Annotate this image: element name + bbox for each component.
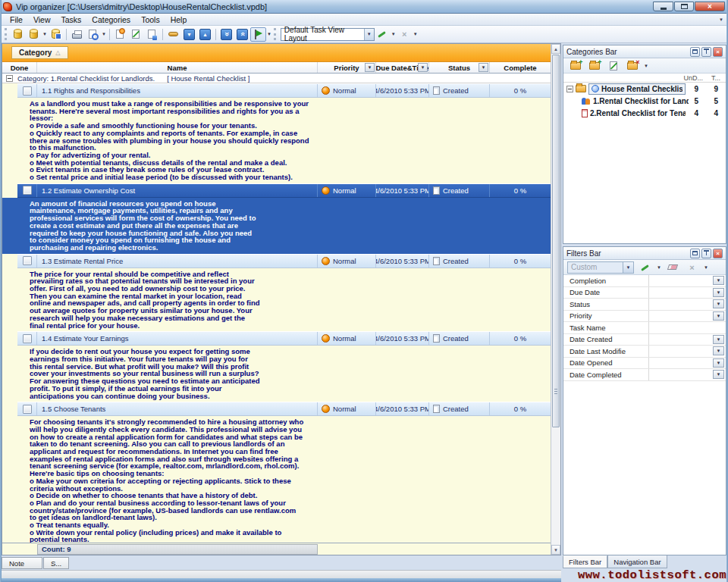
delete-task-button[interactable] (145, 27, 159, 42)
new-database-button[interactable] (11, 27, 25, 42)
category-group-row[interactable]: Category: 1.Rental Checklist for Landlor… (2, 74, 560, 83)
open-database-button[interactable] (27, 27, 41, 42)
task-row-selected[interactable]: 1.2 Estimate Ownership Cost Normal 4/6/2… (17, 183, 551, 198)
toolbar-grip[interactable] (5, 28, 7, 40)
categories-toolbar-options-icon[interactable]: ▼ (644, 64, 648, 68)
filter-dropdown-icon[interactable]: ▼ (713, 335, 724, 344)
group-by-category-button[interactable]: Category △ (11, 46, 68, 59)
print-dropdown-icon[interactable]: ▼ (102, 32, 106, 36)
tree-root-row[interactable]: House Rental Checklist 9 9 (563, 83, 726, 95)
column-header-done[interactable]: Done (2, 62, 37, 73)
flag-dropdown-icon[interactable]: ▼ (267, 32, 271, 36)
collapse-group-icon[interactable] (6, 75, 13, 82)
filter-dropdown-icon[interactable]: ▼ (713, 346, 724, 355)
menu-help[interactable]: Help (165, 14, 193, 25)
toolbar-grip[interactable] (274, 28, 276, 40)
tab-filters-bar[interactable]: Filters Bar (563, 555, 607, 568)
tab-subtasks[interactable]: S... (43, 557, 69, 569)
filter-dropdown-icon[interactable]: ▼ (713, 276, 724, 285)
column-header-due-date[interactable]: Due Date&Time ▼ (376, 62, 429, 73)
apply-filter-button[interactable] (638, 260, 652, 274)
task-done-checkbox[interactable] (23, 405, 32, 414)
menu-overflow-icon[interactable]: ▼ (719, 17, 723, 22)
move-down-button[interactable]: ▼ (182, 27, 196, 42)
task-row[interactable]: 1.5 Choose Tenants Normal 4/6/2010 5:33 … (17, 402, 551, 416)
tree-expander-icon[interactable] (566, 86, 573, 92)
close-button[interactable]: × (695, 2, 725, 11)
printer-icon (72, 33, 82, 39)
menu-tasks[interactable]: Tasks (56, 14, 87, 25)
task-row[interactable]: 1.1 Rights and Responsibilities Normal 4… (17, 83, 551, 98)
column-header-name[interactable]: Name (37, 62, 318, 73)
layout-toolbar-options-icon[interactable]: ▼ (413, 32, 418, 36)
move-top-button[interactable]: « (235, 27, 249, 42)
apply-layout-dropdown-icon[interactable]: ▼ (391, 32, 396, 36)
filter-dropdown-icon[interactable]: ▼ (713, 299, 724, 308)
panel-restore-button[interactable] (690, 249, 700, 258)
total-column-header[interactable]: T... (711, 74, 720, 82)
filter-preset-combo[interactable]: Custom ▼ (567, 261, 634, 274)
edit-category-button[interactable] (606, 58, 620, 73)
menu-categories[interactable]: Categories (86, 14, 136, 25)
panel-pin-button[interactable] (701, 47, 711, 57)
filter-row-due-date: Due Date ▼ (563, 287, 726, 299)
panel-restore-button[interactable] (690, 47, 700, 57)
save-database-button[interactable] (49, 27, 63, 42)
vertical-scrollbar[interactable]: ▲ ▼ (551, 44, 560, 555)
delete-category-button[interactable]: × (625, 58, 639, 73)
panel-close-button[interactable]: × (713, 47, 723, 57)
new-subcategory-button[interactable]: + (587, 58, 601, 73)
tab-note[interactable]: Note (2, 557, 42, 569)
task-row[interactable]: 1.4 Estimate Your Earnings Normal 4/6/20… (17, 331, 551, 346)
priority-filter-dropdown-icon[interactable]: ▼ (365, 63, 375, 72)
undone-column-header[interactable]: UnD... (683, 74, 703, 82)
new-task-button[interactable] (113, 27, 127, 42)
filter-dropdown-icon[interactable]: ▼ (713, 311, 724, 321)
move-up-button[interactable]: ▲ (198, 27, 212, 42)
delete-layout-button[interactable]: × (397, 27, 412, 42)
task-row[interactable]: 1.3 Estimate Rental Price Normal 4/6/201… (17, 254, 551, 268)
filter-dropdown-icon[interactable]: ▼ (713, 370, 724, 379)
tab-navigation-bar[interactable]: Navigation Bar (607, 555, 667, 568)
column-header-complete[interactable]: Complete (490, 62, 551, 73)
filter-dropdown-icon[interactable]: ▼ (713, 358, 724, 368)
scroll-up-icon[interactable]: ▲ (551, 44, 560, 54)
clear-filter-button[interactable] (666, 260, 680, 274)
filters-toolbar-options-icon[interactable]: ▼ (704, 265, 708, 270)
scroll-down-icon[interactable]: ▼ (551, 545, 560, 555)
edit-task-button[interactable] (129, 27, 143, 42)
task-done-checkbox[interactable] (23, 334, 32, 343)
maximize-button[interactable] (674, 2, 694, 11)
task-done-checkbox[interactable] (23, 256, 32, 265)
open-database-dropdown-icon[interactable]: ▼ (42, 32, 47, 36)
column-header-priority[interactable]: Priority ▼ (318, 62, 376, 73)
task-done-checkbox[interactable] (23, 186, 32, 195)
combo-dropdown-icon[interactable]: ▼ (623, 262, 633, 273)
panel-close-button[interactable]: × (713, 249, 723, 258)
tree-child-row[interactable]: 2.Rental Checklist for Tenar 4 4 (563, 107, 726, 119)
minimize-button[interactable] (653, 2, 673, 11)
task-done-checkbox[interactable] (23, 86, 32, 95)
print-preview-button[interactable] (86, 27, 100, 42)
due-filter-dropdown-icon[interactable]: ▼ (418, 63, 428, 72)
flag-toggle-button[interactable] (250, 27, 266, 42)
menu-tools[interactable]: Tools (136, 14, 165, 25)
column-header-status[interactable]: Status ▼ (429, 62, 490, 73)
print-button[interactable] (70, 27, 84, 42)
status-filter-dropdown-icon[interactable]: ▼ (479, 63, 488, 72)
menu-file[interactable]: File (5, 14, 28, 25)
scrollbar-thumb[interactable] (552, 55, 560, 427)
menu-view[interactable]: View (28, 14, 56, 25)
delete-filter-button[interactable]: × (685, 260, 699, 274)
new-category-button[interactable]: + (568, 58, 582, 73)
apply-filter-dropdown-icon[interactable]: ▼ (657, 265, 661, 270)
view-completed-button[interactable] (166, 27, 180, 42)
tree-item-house-rental-checklist[interactable]: House Rental Checklist (588, 83, 686, 95)
tree-child-row[interactable]: 1.Rental Checklist for Landl 5 5 (563, 95, 726, 107)
apply-layout-button[interactable] (375, 27, 390, 42)
filter-dropdown-icon[interactable]: ▼ (713, 288, 724, 297)
panel-pin-button[interactable] (701, 249, 711, 258)
combo-dropdown-icon[interactable]: ▼ (364, 29, 374, 40)
move-bottom-button[interactable]: » (219, 27, 234, 42)
layout-combo[interactable]: Default Task View Layout ▼ (281, 28, 375, 41)
